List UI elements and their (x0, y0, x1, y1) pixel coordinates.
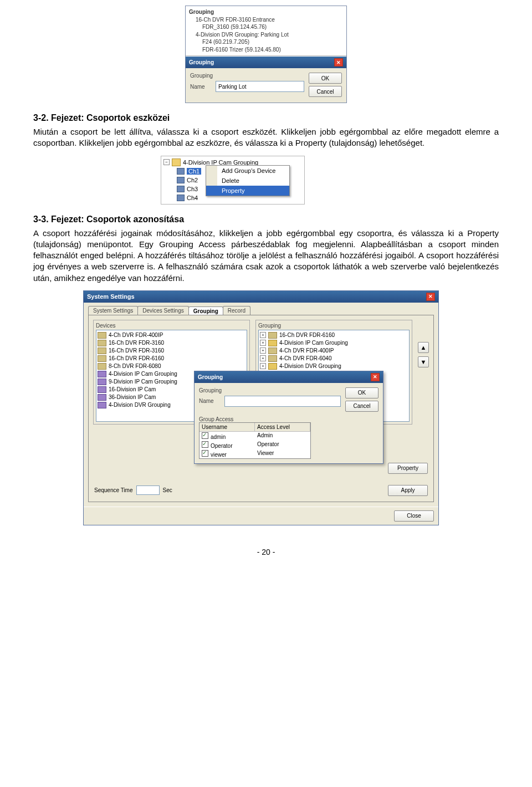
expand-icon[interactable]: + (260, 363, 266, 369)
list-item[interactable]: 4-Ch DVR FDR-400IP (98, 331, 245, 339)
cancel-button[interactable]: Cancel (345, 401, 378, 412)
dialog-titlebar: Grouping ✕ (195, 371, 383, 383)
tab-devices-settings[interactable]: Devices Settings (137, 306, 188, 315)
list-item[interactable]: +4-Division IP Cam Grouping (260, 339, 408, 347)
close-icon[interactable]: ✕ (371, 373, 380, 381)
list-item[interactable]: 16-Ch DVR FDR-3160 (98, 339, 245, 347)
figure-grouping-dialog: Grouping 16-Ch DVR FDR-3160 Entrance FDR… (33, 6, 499, 103)
screenshot-1: Grouping 16-Ch DVR FDR-3160 Entrance FDR… (185, 6, 347, 103)
page-number: - 20 - (33, 548, 499, 556)
move-up-button[interactable]: ▲ (418, 342, 429, 353)
screenshot-2: − 4-Division IP Cam Grouping Ch1 Ch2 Ch3 (161, 156, 305, 205)
expand-icon[interactable]: + (260, 340, 266, 346)
group-icon (98, 402, 106, 408)
screenshot-3-system-settings: System Settings ✕ System Settings Device… (83, 290, 439, 525)
name-input[interactable] (216, 81, 304, 92)
window-title: System Settings (87, 293, 135, 300)
list-item[interactable]: 16-Ch DVR FDR-6160 (98, 355, 245, 362)
apply-button[interactable]: Apply (388, 485, 428, 496)
close-button[interactable]: Close (394, 510, 434, 522)
expand-icon[interactable]: + (260, 347, 266, 354)
group-label: 4-Division IP Cam Grouping (279, 340, 348, 346)
table-row[interactable]: Operator Operator (200, 441, 310, 449)
device-icon (98, 332, 106, 339)
checkbox-icon[interactable] (202, 450, 208, 457)
document-page: Grouping 16-Ch DVR FDR-3160 Entrance FDR… (0, 0, 532, 573)
col-access-level: Access Level (255, 423, 310, 432)
dialog-title: Grouping (189, 59, 214, 65)
grouping-panel-title: Grouping (258, 323, 410, 329)
device-label: 4-Ch DVR FDR-400IP (109, 332, 163, 338)
sequence-time-spinner[interactable] (136, 486, 160, 495)
device-label: 16-Ch DVR FDR-6160 (109, 355, 164, 361)
device-label: 16-Division IP Cam (109, 386, 156, 392)
name-label: Name (190, 84, 216, 90)
level-cell: Operator (255, 441, 310, 449)
list-item[interactable]: 8-Ch DVR FDR-6080 (98, 362, 245, 370)
cancel-button[interactable]: Cancel (309, 86, 342, 97)
device-icon (268, 347, 277, 354)
window-footer: Close (84, 507, 438, 525)
ok-button[interactable]: OK (309, 73, 342, 84)
tab-content: Devices 4-Ch DVR FDR-400IP 16-Ch DVR FDR… (88, 315, 434, 502)
group-icon (98, 371, 106, 377)
heading-3-3: 3-3. Fejezet: Csoportok azonosítása (33, 214, 499, 224)
channel-label: Ch4 (187, 195, 198, 201)
sequence-unit-label: Sec (163, 487, 172, 493)
menu-property[interactable]: Property (206, 186, 289, 196)
tab-system-settings[interactable]: System Settings (88, 306, 138, 315)
level-cell: Viewer (255, 449, 310, 458)
menu-delete[interactable]: Delete (206, 176, 289, 186)
list-item[interactable]: +4-Ch DVR FDR-400IP (260, 347, 408, 355)
list-item[interactable]: 16-Ch DVR FDR-3160 (98, 347, 245, 355)
list-item[interactable]: +16-Ch DVR FDR-6160 (260, 331, 408, 339)
group-icon (268, 340, 277, 346)
group-access-table: Username Access Level admin Admin Operat… (199, 422, 311, 459)
channel-label: Ch2 (187, 177, 198, 183)
figure-context-menu: − 4-Division IP Cam Grouping Ch1 Ch2 Ch3 (161, 156, 499, 205)
context-menu: Add Group's Device Delete Property (206, 165, 290, 196)
expand-icon[interactable]: + (260, 332, 266, 338)
tab-grouping[interactable]: Grouping (188, 306, 223, 315)
dialog-title: Grouping (198, 374, 223, 380)
table-row[interactable]: admin Admin (200, 432, 310, 441)
checkbox-icon[interactable] (202, 432, 208, 439)
device-icon (268, 355, 277, 362)
device-icon (268, 332, 277, 339)
devices-panel-title: Devices (96, 323, 247, 329)
tree-header: Grouping (189, 8, 343, 16)
grouping-access-dialog: Grouping ✕ Grouping Name (194, 371, 383, 464)
close-icon[interactable]: ✕ (334, 58, 343, 67)
expand-icon[interactable]: + (260, 355, 266, 361)
menu-add-device[interactable]: Add Group's Device (206, 166, 289, 176)
device-icon (98, 340, 106, 346)
grouping-label: Grouping (190, 73, 216, 79)
ok-button[interactable]: OK (345, 387, 378, 398)
device-label: 9-Division IP Cam Grouping (109, 379, 177, 385)
tab-bar: System Settings Devices Settings Groupin… (84, 303, 438, 315)
camera-icon (177, 195, 185, 201)
close-icon[interactable]: ✕ (426, 293, 435, 301)
channel-selected: Ch1 (187, 168, 201, 175)
device-icon (98, 355, 106, 362)
group-label: 4-Division DVR Grouping (279, 363, 341, 369)
move-down-button[interactable]: ▼ (418, 356, 429, 367)
table-row[interactable]: viewer Viewer (200, 449, 310, 458)
collapse-icon[interactable]: − (163, 159, 170, 165)
level-cell: Admin (255, 432, 310, 441)
reorder-buttons: ▲ ▼ (418, 342, 429, 425)
camera-icon (177, 186, 185, 192)
window-titlebar: System Settings ✕ (84, 291, 438, 303)
col-username: Username (200, 423, 255, 432)
sequence-time-label: Sequence Time (94, 487, 133, 493)
list-item[interactable]: +4-Ch DVR FDR-6040 (260, 355, 408, 362)
tab-record[interactable]: Record (223, 306, 250, 315)
table-header: Username Access Level (200, 423, 310, 432)
property-button[interactable]: Property (388, 463, 428, 474)
tree-view: − 4-Division IP Cam Grouping Ch1 Ch2 Ch3 (161, 156, 305, 205)
name-input[interactable] (224, 396, 341, 407)
checkbox-icon[interactable] (202, 441, 208, 448)
heading-3-2: 3-2. Fejezet: Csoportok eszközei (33, 113, 499, 123)
group-label: 4-Ch DVR FDR-400IP (279, 347, 334, 354)
list-item[interactable]: +4-Division DVR Grouping (260, 362, 408, 370)
